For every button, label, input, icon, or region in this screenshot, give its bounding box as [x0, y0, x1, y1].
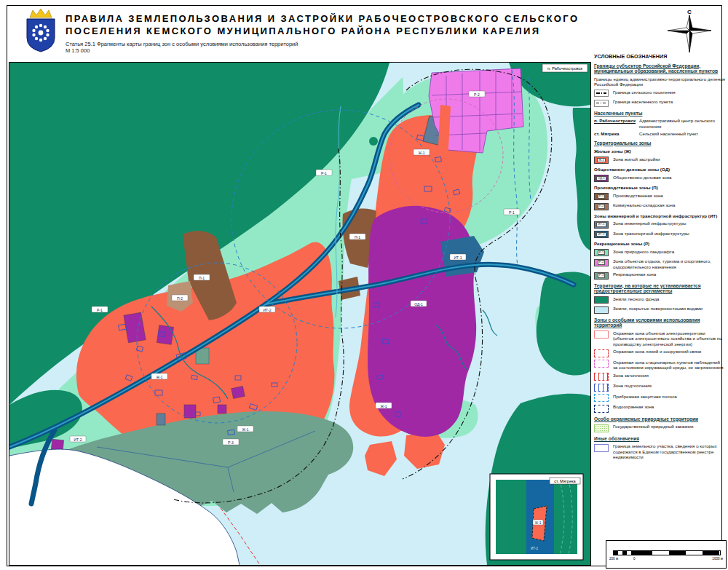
- settlement-name: п. Рабочеостровск: [594, 118, 639, 129]
- nature-reserve-swatch: [594, 424, 609, 432]
- legend-item: Р-3 Рекреационная зона: [594, 272, 725, 280]
- legend-settlement-row: п. Рабочеостровск Административный центр…: [594, 118, 725, 129]
- legend-item: П-1 Производственная зона: [594, 193, 725, 201]
- scale-zero-label: 0: [633, 557, 636, 561]
- town-label-box: п. Рабочеостровск: [542, 64, 587, 72]
- settlement-name: ст. Мягрека: [594, 131, 639, 137]
- title-line-1: ПРАВИЛА ЗЕМЛЕПОЛЬЗОВАНИЯ И ЗАСТРОЙКИ РАБ…: [66, 12, 604, 25]
- legend-subheading-residential: Жилые зоны (Ж): [594, 149, 725, 154]
- town-label: п. Рабочеостровск: [547, 66, 582, 71]
- svg-text:П-1: П-1: [199, 276, 205, 280]
- scale-bar: [613, 550, 721, 555]
- svg-text:ИТ-2: ИТ-2: [74, 438, 82, 442]
- legend-item: П-2 Коммунально-складская зона: [594, 202, 725, 210]
- settlement-desc: Сельский населенный пункт: [639, 131, 698, 137]
- legend-settlement-row: ст. Мягрека Сельский населенный пункт: [594, 131, 725, 137]
- compass-north-label: С: [687, 9, 692, 15]
- legend-item: Водоохранная зона: [594, 404, 725, 413]
- legend-item: Ж-1 Зона жилой застройки: [594, 157, 725, 165]
- legend-item: ОД-1 Общественно-деловая зона: [594, 175, 725, 183]
- svg-text:Ж-1: Ж-1: [418, 151, 424, 155]
- surface-water-swatch: [594, 306, 609, 314]
- legend-item: Охранная зона линий и сооружений связи: [594, 349, 725, 357]
- svg-text:Р-2: Р-2: [474, 92, 480, 97]
- svg-text:Р-3: Р-3: [228, 440, 234, 445]
- map-canvas: ОД-1 П-1 П-2 П-1 Ж-1 Ж-1 Ж-1 Ж-1 Р-2 Р-1…: [9, 62, 591, 566]
- legend-item: Граница земельного участка, сведения о к…: [594, 443, 725, 460]
- legend-item: ИТ-2 Зона транспортной инфраструктуры: [594, 231, 725, 239]
- subtitle-article: Статья 25.1 Фрагменты карты границ зон с…: [66, 41, 298, 47]
- underflood-zone-swatch: [594, 384, 609, 392]
- inset-road-label: ИТ-2: [531, 547, 538, 550]
- compass-star-icon: [668, 15, 711, 52]
- legend-item: Земли лесного фонда: [594, 296, 725, 304]
- legend-item: Земли, покрытые поверхностными водами: [594, 306, 725, 314]
- comm-lines-protection-swatch: [594, 349, 609, 357]
- locality-boundary-line-icon: [594, 100, 609, 107]
- legend-heading-boundaries: Границы субъектов Российской Федерации, …: [594, 63, 725, 74]
- svg-text:Р-1: Р-1: [321, 171, 327, 175]
- legend-heading-other: Иные обозначения: [594, 436, 725, 442]
- compass-rose: С: [665, 7, 713, 55]
- svg-text:П-1: П-1: [355, 235, 360, 240]
- engineering-block-village: [157, 413, 165, 425]
- crown-icon: [30, 9, 52, 17]
- legend-heading-special-zones: Зоны с особыми условиями использования т…: [594, 317, 725, 328]
- zone-swatch-r1: Р-1: [594, 249, 609, 256]
- legend-item: Зона затопления: [594, 373, 725, 381]
- svg-text:П-2: П-2: [177, 296, 183, 301]
- power-protection-swatch: [594, 330, 609, 339]
- land-parcel-swatch: [594, 444, 609, 452]
- flood-zone-swatch: [594, 373, 609, 381]
- legend-item: Граница сельского поселения: [594, 90, 725, 98]
- legend-panel: УСЛОВНЫЕ ОБОЗНАЧЕНИЯ Границы субъектов Р…: [594, 54, 725, 462]
- coastal-strip-swatch: [594, 394, 609, 402]
- legend-boundaries-note: Границы единиц административно-территори…: [594, 76, 725, 87]
- legend-item: Р-2 Зона объектов отдыха, туризма и спор…: [594, 258, 725, 269]
- zone-swatch-od1: ОД-1: [594, 175, 609, 182]
- settlement-boundary-line-icon: [594, 90, 609, 97]
- legend-item: Охранная зона стационарных пунктов наблю…: [594, 360, 725, 371]
- svg-text:Ж-1: Ж-1: [156, 375, 162, 379]
- title-line-2: ПОСЕЛЕНИЯ КЕМСКОГО МУНИЦИПАЛЬНОГО РАЙОНА…: [66, 25, 604, 37]
- legend-item: Граница населенного пункта: [594, 99, 725, 107]
- svg-text:ОД-1: ОД-1: [414, 302, 423, 306]
- zone-swatch-it1: ИТ-1: [594, 221, 609, 229]
- legend-item-label: Граница сельского поселения: [613, 90, 676, 95]
- zone-swatch-p2: П-2: [594, 203, 609, 210]
- legend-item: Р-1 Зона природного ландшафта: [594, 249, 725, 257]
- svg-text:Ж-1: Ж-1: [242, 427, 248, 432]
- shield-icon: [27, 19, 55, 52]
- monitoring-protection-swatch: [594, 360, 609, 368]
- legend-subheading-infrastructure: Зоны инженерной и транспортной инфрастру…: [594, 213, 725, 219]
- legend-subheading-business: Общественно-деловые зоны (ОД): [594, 167, 725, 173]
- inset-map: Ж-1 ИТ-2 ст. Мягрека: [490, 474, 583, 560]
- inset-zone-label: Ж-1: [534, 520, 541, 525]
- svg-text:Р-1: Р-1: [97, 308, 103, 312]
- inset-name-label: ст. Мягрека: [554, 479, 576, 483]
- zone-swatch-p1: П-1: [594, 193, 609, 200]
- zone-swatch-r2: Р-2: [594, 259, 609, 266]
- svg-text:Р-1: Р-1: [509, 210, 515, 215]
- svg-text:Ж-1: Ж-1: [380, 404, 387, 408]
- zone-swatch-r3: Р-3: [594, 272, 609, 280]
- scale-right-label: 1000 м: [712, 557, 723, 561]
- zone-swatch-it2: ИТ-2: [594, 231, 609, 238]
- legend-item: Охранная зона объектов электроэнергетики…: [594, 330, 725, 347]
- legend-item: ИТ-1 Зона инженерной инфраструктуры: [594, 221, 725, 229]
- settlement-desc: Административный центр сельского поселен…: [639, 118, 725, 129]
- legend-title: УСЛОВНЫЕ ОБОЗНАЧЕНИЯ: [594, 54, 725, 60]
- legend-subheading-industrial: Производственные зоны (П): [594, 185, 725, 191]
- page-subtitle: Статья 25.1 Фрагменты карты границ зон с…: [66, 41, 298, 54]
- legend-item: Государственный природный заказник: [594, 424, 725, 432]
- forest-island-1: [369, 137, 378, 146]
- legend-item-label: Граница населенного пункта: [613, 99, 673, 105]
- zone-swatch-zh1: Ж-1: [594, 157, 609, 164]
- coat-of-arms: [24, 8, 58, 53]
- water-protection-swatch: [594, 405, 609, 413]
- legend-heading-territorial: Территориальные зоны: [594, 140, 725, 146]
- page-title: ПРАВИЛА ЗЕМЛЕПОЛЬЗОВАНИЯ И ЗАСТРОЙКИ РАБ…: [66, 12, 604, 37]
- legend-heading-protected-areas: Особо охраняемые природные территории: [594, 416, 725, 422]
- svg-text:ИТ-1: ИТ-1: [454, 256, 462, 260]
- legend-item: Прибрежная защитная полоса: [594, 394, 725, 403]
